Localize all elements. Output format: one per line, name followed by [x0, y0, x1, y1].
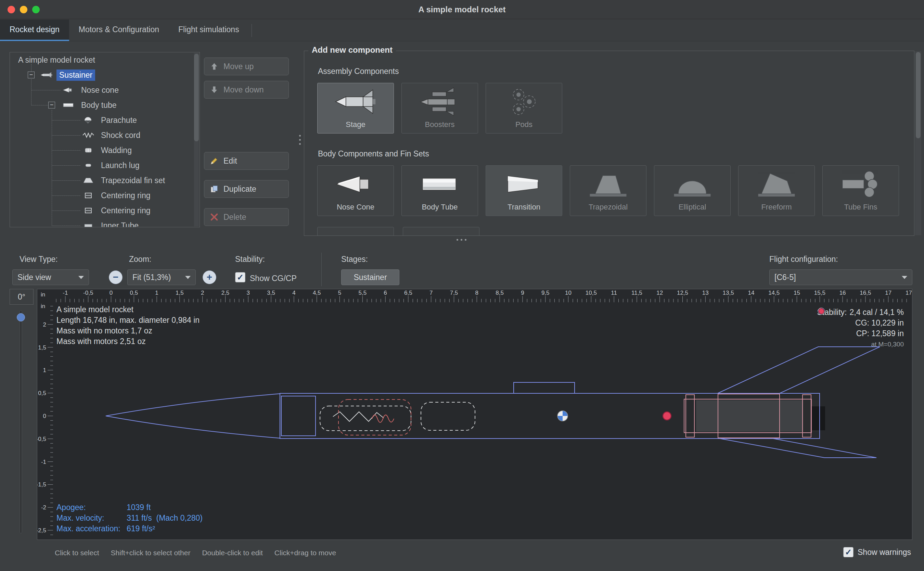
tree-scrollbar[interactable]	[194, 53, 199, 226]
tree-item-wadding[interactable]: Wadding	[10, 143, 193, 158]
move-down-button[interactable]: Move down	[204, 81, 289, 99]
tree-item-launch-lug[interactable]: Launch lug	[10, 158, 193, 173]
zoom-value: Fit (51,3%)	[132, 273, 171, 282]
zoom-in-button[interactable]: +	[203, 270, 216, 284]
show-warnings-control: ✓ Show warnings	[843, 547, 911, 557]
status-hint: Click to select	[55, 549, 99, 557]
tab-motors-configuration[interactable]: Motors & Configuration	[69, 20, 169, 41]
action-button-label: Edit	[223, 156, 237, 166]
tree-item-inner-tube[interactable]: Inner Tube	[10, 218, 193, 227]
tree-item-parachute[interactable]: Parachute	[10, 113, 193, 128]
tree-item-nose-cone[interactable]: Nose cone	[10, 82, 193, 97]
shock-cord-bounds[interactable]	[339, 400, 411, 435]
rotation-slider-thumb[interactable]	[17, 313, 25, 321]
design-canvas[interactable]: -1-0,500,511,522,533,544,555,566,577,588…	[37, 289, 912, 540]
tree-item-label: Centering ring	[98, 190, 153, 201]
collapse-toggle-icon[interactable]: −	[48, 102, 55, 108]
tree-item-trapezoidal-fin-set[interactable]: Trapezoidal fin set	[10, 173, 193, 188]
close-window-button[interactable]	[8, 6, 15, 13]
centeringring-icon	[80, 192, 96, 199]
tab-flight-simulations[interactable]: Flight simulations	[169, 20, 249, 41]
component-button-elliptical[interactable]: Elliptical	[654, 165, 731, 216]
main-tab-bar: Rocket designMotors & ConfigurationFligh…	[0, 20, 924, 42]
pods-icon	[486, 83, 562, 120]
duplicate-button[interactable]: Duplicate	[204, 180, 289, 198]
tree-item-label: Parachute	[98, 115, 140, 126]
bodytube-big-icon	[402, 166, 478, 203]
component-button-boosters[interactable]: Boosters	[402, 83, 478, 134]
stability-block: Stability:2,4 cal / 14,1 % CG: 10,229 in…	[817, 307, 904, 350]
engine-hook[interactable]	[812, 406, 825, 430]
tree-item-shock-cord[interactable]: Shock cord	[10, 128, 193, 143]
action-button-label: Duplicate	[223, 185, 256, 194]
section-label-assembly-components: Assembly Components	[318, 67, 907, 76]
ruler-unit-horizontal: in	[41, 291, 45, 298]
zoom-out-button[interactable]: −	[109, 270, 123, 284]
rotation-slider[interactable]	[20, 310, 22, 533]
component-button-label: Tube Fins	[823, 203, 899, 216]
shock-cord-line[interactable]	[333, 412, 383, 421]
component-button-partial[interactable]	[317, 227, 394, 236]
tree-item-sustainer[interactable]: −Sustainer	[10, 68, 193, 82]
edit-button[interactable]: Edit	[204, 152, 289, 170]
view-type-value: Side view	[17, 273, 51, 282]
motor[interactable]	[696, 400, 811, 432]
launch-lug-outline[interactable]	[514, 383, 574, 394]
title-bar: A simple model rocket	[0, 0, 924, 19]
tree-item-label: Inner Tube	[98, 220, 141, 228]
component-button-stage[interactable]: Stage	[317, 83, 394, 134]
nose-cone-outline[interactable]	[106, 394, 280, 438]
tubefins-icon	[823, 166, 899, 203]
rocket-info-block: A simple model rocket Length 16,748 in, …	[57, 304, 200, 347]
fullscreen-window-button[interactable]	[32, 6, 40, 13]
component-button-label: Nose Cone	[317, 203, 394, 216]
cg-value: CG: 10,229 in	[855, 318, 904, 328]
component-tree-panel: A simple model rocket −SustainerNose con…	[9, 52, 200, 227]
edit-icon	[210, 156, 219, 165]
max-velocity-label: Max. velocity:	[57, 513, 126, 523]
zoom-label: Zoom:	[129, 255, 151, 264]
palette-scrollbar[interactable]	[915, 51, 921, 235]
component-button-trapezoidal[interactable]: Trapezoidal	[570, 165, 647, 216]
nose-shoulder[interactable]	[281, 396, 316, 436]
flight-configuration-label: Flight configuration:	[769, 255, 838, 264]
apogee-value: 1039 ft	[126, 502, 203, 513]
wadding-outline[interactable]	[421, 402, 475, 430]
zoom-select[interactable]: Fit (51,3%)	[127, 269, 196, 285]
component-button-body-tube[interactable]: Body Tube	[402, 165, 478, 216]
component-button-nose-cone[interactable]: Nose Cone	[317, 165, 394, 216]
show-warnings-checkbox[interactable]: ✓	[843, 547, 853, 557]
tree-scrollbar-thumb[interactable]	[194, 54, 199, 141]
rotation-angle-field[interactable]: 0°	[9, 289, 34, 305]
stage-toggle-sustainer[interactable]: Sustainer	[341, 269, 399, 285]
tab-rocket-design[interactable]: Rocket design	[0, 20, 69, 41]
fin-upper[interactable]	[718, 347, 880, 394]
delete-button[interactable]: Delete	[204, 208, 289, 226]
flight-configuration-select[interactable]: [C6-5]	[769, 269, 912, 285]
component-button-label: Elliptical	[654, 203, 730, 216]
rocket-mass-motors: Mass with motors 2,51 oz	[57, 336, 200, 347]
action-button-label: Delete	[223, 213, 246, 222]
show-cgcp-checkbox[interactable]: ✓	[235, 272, 245, 282]
tree-item-centering-ring[interactable]: Centering ring	[10, 203, 193, 218]
tree-item-centering-ring[interactable]: Centering ring	[10, 188, 193, 203]
component-button-transition[interactable]: Transition	[486, 165, 562, 216]
tree-root[interactable]: A simple model rocket	[10, 52, 193, 68]
palette-scrollbar-thumb[interactable]	[916, 52, 921, 138]
splitter-handle-icon[interactable]	[299, 135, 301, 145]
fin-lower[interactable]	[720, 438, 876, 458]
component-button-partial[interactable]	[403, 227, 479, 236]
move-up-button[interactable]: Move up	[204, 57, 289, 75]
view-type-select[interactable]: Side view	[12, 269, 89, 285]
split-divider-handle-icon[interactable]	[456, 239, 467, 241]
component-button-tube-fins[interactable]: Tube Fins	[822, 165, 899, 216]
component-button-freeform[interactable]: Freeform	[738, 165, 815, 216]
rocket-mass-empty: Mass with no motors 1,7 oz	[57, 326, 200, 336]
component-button-pods[interactable]: Pods	[486, 83, 562, 134]
centering-ring-fore[interactable]	[686, 395, 695, 437]
minimize-window-button[interactable]	[20, 6, 28, 13]
tree-item-body-tube[interactable]: −Body tube	[10, 97, 193, 113]
collapse-toggle-icon[interactable]: −	[28, 71, 35, 79]
shock-cord-coil[interactable]	[372, 415, 394, 423]
action-button-label: Move up	[223, 62, 254, 71]
